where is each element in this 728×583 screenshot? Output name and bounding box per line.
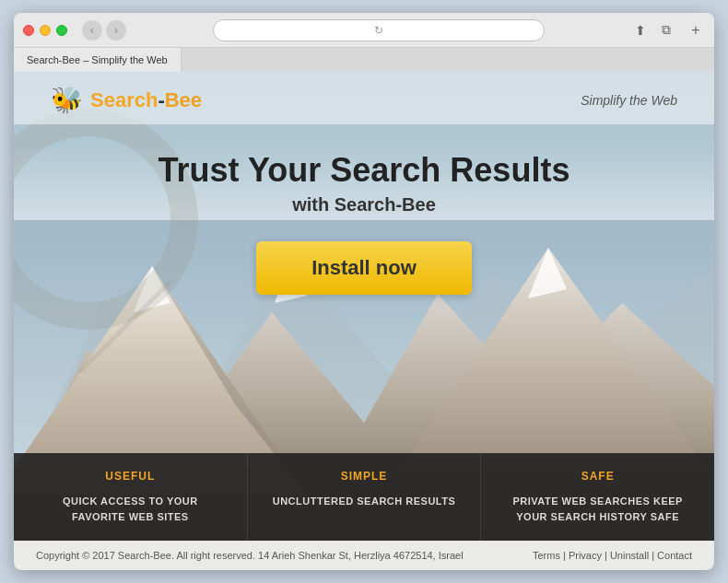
share-icon[interactable]: ⬆ (631, 21, 650, 40)
feature-simple-label: SIMPLE (270, 470, 459, 483)
logo-area: 🐝 Search-Bee (51, 85, 202, 115)
back-button[interactable]: ‹ (82, 20, 102, 41)
address-bar-container: ↻ (134, 19, 624, 41)
add-tab-button[interactable]: + (687, 21, 705, 40)
feature-useful: USEFUL QUICK ACCESS TO YOUR FAVORITE WEB… (14, 453, 248, 541)
feature-useful-desc: QUICK ACCESS TO YOUR FAVORITE WEB SITES (36, 494, 225, 524)
feature-safe: SAFE PRIVATE WEB SEARCHES KEEP YOUR SEAR… (481, 453, 714, 541)
feature-simple-desc: UNCLUTTERED SEARCH RESULTS (270, 494, 459, 509)
traffic-lights (23, 25, 67, 36)
feature-safe-desc: PRIVATE WEB SEARCHES KEEP YOUR SEARCH HI… (503, 494, 692, 524)
tab-label: Search-Bee – Simplify the Web (27, 54, 168, 65)
install-button[interactable]: Install now (256, 241, 472, 295)
reader-icon[interactable]: ⧉ (657, 21, 675, 40)
footer-links[interactable]: Terms | Privacy | Uninstall | Contact (533, 550, 692, 561)
logo-search: Search (90, 88, 158, 111)
feature-safe-label: SAFE (503, 470, 692, 483)
site-footer: Copyright © 2017 Search-Bee. All right r… (14, 541, 714, 570)
logo-bee-text: Bee (165, 88, 202, 111)
active-tab[interactable]: Search-Bee – Simplify the Web (14, 48, 182, 72)
logo-bee-icon: 🐝 (51, 85, 83, 115)
website: 🐝 Search-Bee Simplify the Web Trust Your… (14, 72, 714, 570)
site-header: 🐝 Search-Bee Simplify the Web (14, 72, 714, 124)
hero-section: Trust Your Search Results with Search-Be… (14, 124, 714, 453)
footer-copyright: Copyright © 2017 Search-Bee. All right r… (36, 550, 464, 561)
feature-simple: SIMPLE UNCLUTTERED SEARCH RESULTS (248, 453, 482, 541)
minimize-button[interactable] (40, 25, 51, 36)
browser-window: ‹ › ↻ ⬆ ⧉ + Search-Bee – Simplify the We… (14, 13, 714, 570)
toolbar-right: ⬆ ⧉ (631, 21, 675, 40)
reload-icon[interactable]: ↻ (374, 24, 383, 37)
hero-title: Trust Your Search Results (32, 152, 696, 189)
logo-text: Search-Bee (90, 88, 202, 112)
tagline: Simplify the Web (581, 93, 677, 108)
address-bar[interactable]: ↻ (213, 19, 545, 41)
nav-buttons: ‹ › (82, 20, 126, 41)
features-bar: USEFUL QUICK ACCESS TO YOUR FAVORITE WEB… (14, 453, 714, 541)
forward-button[interactable]: › (106, 20, 126, 41)
maximize-button[interactable] (56, 25, 67, 36)
browser-content: 🐝 Search-Bee Simplify the Web Trust Your… (14, 72, 714, 570)
tab-bar: Search-Bee – Simplify the Web (14, 48, 714, 72)
hero-subtitle: with Search-Bee (32, 194, 696, 216)
feature-useful-label: USEFUL (36, 470, 225, 483)
close-button[interactable] (23, 25, 34, 36)
browser-titlebar: ‹ › ↻ ⬆ ⧉ + (14, 13, 714, 48)
logo-dash: - (158, 88, 164, 111)
